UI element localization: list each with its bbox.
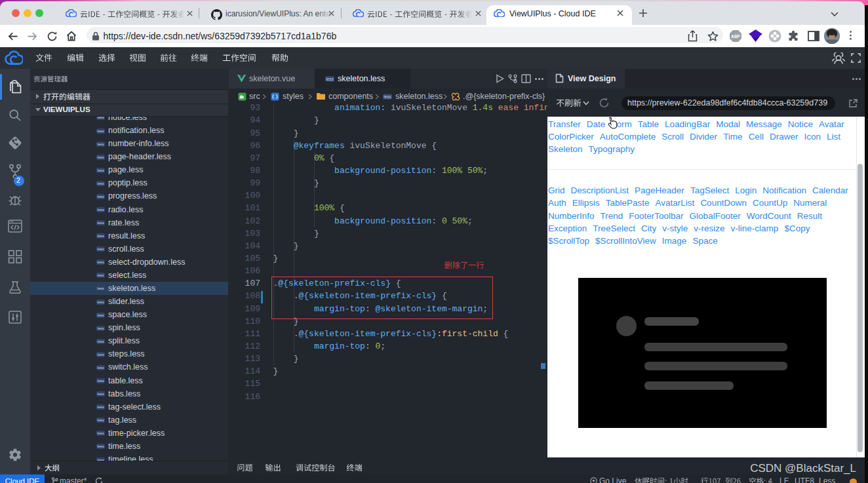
svg-text:less: less (97, 182, 104, 185)
svg-text:less: less (97, 274, 104, 278)
svg-text:less: less (97, 445, 104, 449)
svg-text:less: less (97, 366, 104, 370)
svg-text:less: less (97, 418, 104, 422)
svg-text:less: less (97, 168, 104, 172)
svg-text:less: less (97, 142, 104, 146)
svg-text:less: less (97, 313, 104, 317)
svg-text:less: less (97, 326, 104, 330)
svg-text:less: less (326, 77, 334, 81)
svg-text:less: less (97, 234, 104, 238)
svg-text:less: less (97, 221, 104, 225)
svg-text:less: less (97, 300, 104, 304)
svg-text:less: less (97, 155, 104, 159)
svg-text:less: less (97, 392, 104, 396)
svg-text:ABP: ABP (731, 34, 740, 39)
svg-text:less: less (97, 117, 104, 120)
svg-text:less: less (97, 195, 104, 199)
svg-text:less: less (384, 94, 391, 99)
svg-text:less: less (97, 339, 104, 343)
svg-text:less: less (97, 208, 104, 212)
svg-text:less: less (97, 353, 104, 357)
svg-text:less: less (97, 261, 104, 265)
svg-text:less: less (97, 432, 104, 436)
svg-text:less: less (97, 379, 104, 383)
svg-text:less: less (97, 287, 104, 291)
svg-text:less: less (97, 405, 104, 409)
svg-text:less: less (97, 247, 104, 251)
svg-text:less: less (97, 129, 104, 133)
